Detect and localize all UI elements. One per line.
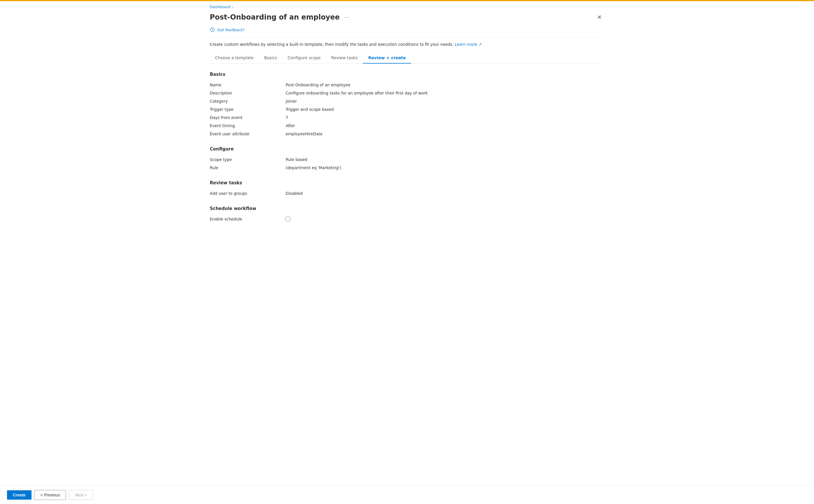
field-value-scope-type: Rule based [286, 157, 307, 162]
more-options-button[interactable]: ··· [343, 14, 350, 21]
field-row-add-user-to-groups: Add user to groups Disabled [210, 190, 604, 198]
review-tasks-section: Review tasks Add user to groups Disabled [210, 180, 604, 198]
field-value-description: Configure onboarding tasks for an employ… [286, 91, 428, 95]
field-row-days-from-event: Days from event 7 [210, 114, 604, 122]
tab-basics[interactable]: Basics [259, 53, 282, 64]
field-row-name: Name Post-Onboarding of an employee [210, 81, 604, 89]
field-value-trigger-type: Trigger and scope based [286, 107, 334, 112]
tab-configure-scope[interactable]: Configure scope [282, 53, 326, 64]
tab-review-tasks[interactable]: Review tasks [326, 53, 363, 64]
configure-section-title: Configure [210, 146, 604, 152]
basics-section: Basics Name Post-Onboarding of an employ… [210, 72, 604, 138]
checkbox-wrapper [286, 217, 290, 221]
feedback-icon [210, 27, 215, 32]
field-row-event-user-attribute: Event user attribute employeeHireDate [210, 130, 604, 138]
field-label-name: Name [210, 83, 286, 87]
field-value-rule: (department eq 'Marketing') [286, 165, 341, 170]
create-button[interactable]: Create [7, 490, 32, 500]
field-row-category: Category Joiner [210, 97, 604, 106]
review-tasks-section-title: Review tasks [210, 180, 604, 185]
field-value-enable-schedule [286, 217, 290, 221]
tabs-row: Choose a template Basics Configure scope… [210, 53, 604, 64]
close-button[interactable]: ✕ [595, 13, 604, 22]
feedback-row[interactable]: Got feedback? [210, 25, 604, 36]
field-label-event-user-attribute: Event user attribute [210, 132, 286, 136]
field-label-scope-type: Scope type [210, 157, 286, 162]
breadcrumb-dashboard[interactable]: Dashboard [210, 5, 230, 9]
next-button: Next > [69, 490, 93, 500]
field-value-days-from-event: 7 [286, 115, 288, 120]
previous-button[interactable]: < Previous [34, 490, 66, 500]
field-value-event-user-attribute: employeeHireDate [286, 132, 322, 136]
page-title-row: Post-Onboarding of an employee ··· [210, 13, 350, 21]
field-label-category: Category [210, 99, 286, 104]
field-value-category: Joiner [286, 99, 297, 104]
field-label-days-from-event: Days from event [210, 115, 286, 120]
field-row-description: Description Configure onboarding tasks f… [210, 89, 604, 97]
page-title: Post-Onboarding of an employee [210, 13, 340, 21]
info-text: Create custom workflows by selecting a b… [210, 42, 604, 47]
feedback-label: Got feedback? [217, 28, 245, 32]
schedule-workflow-section-title: Schedule workflow [210, 206, 604, 211]
field-row-rule: Rule (department eq 'Marketing') [210, 164, 604, 172]
field-row-scope-type: Scope type Rule based [210, 156, 604, 164]
tab-choose-template[interactable]: Choose a template [210, 53, 259, 64]
field-label-event-timing: Event timing [210, 123, 286, 128]
field-value-name: Post-Onboarding of an employee [286, 83, 350, 87]
field-label-add-user-to-groups: Add user to groups [210, 191, 286, 196]
schedule-workflow-section: Schedule workflow Enable schedule [210, 206, 604, 223]
divider [210, 37, 604, 37]
field-value-event-timing: After [286, 123, 295, 128]
field-row-enable-schedule: Enable schedule [210, 215, 604, 223]
field-value-add-user-to-groups: Disabled [286, 191, 303, 196]
field-row-event-timing: Event timing After [210, 122, 604, 130]
breadcrumb: Dashboard › [210, 1, 604, 10]
tab-review-create[interactable]: Review + create [363, 53, 411, 64]
configure-section: Configure Scope type Rule based Rule (de… [210, 146, 604, 172]
learn-more-link[interactable]: Learn more ↗ [455, 42, 482, 47]
field-label-trigger-type: Trigger type [210, 107, 286, 112]
field-row-trigger-type: Trigger type Trigger and scope based [210, 106, 604, 114]
page-header: Post-Onboarding of an employee ··· ✕ [210, 10, 604, 25]
breadcrumb-separator: › [232, 5, 234, 9]
basics-section-title: Basics [210, 72, 604, 77]
field-label-rule: Rule [210, 165, 286, 170]
external-link-icon: ↗ [478, 42, 482, 47]
field-label-description: Description [210, 91, 286, 95]
field-label-enable-schedule: Enable schedule [210, 217, 286, 221]
footer-bar: Create < Previous Next > [0, 486, 814, 504]
enable-schedule-checkbox[interactable] [286, 217, 290, 221]
